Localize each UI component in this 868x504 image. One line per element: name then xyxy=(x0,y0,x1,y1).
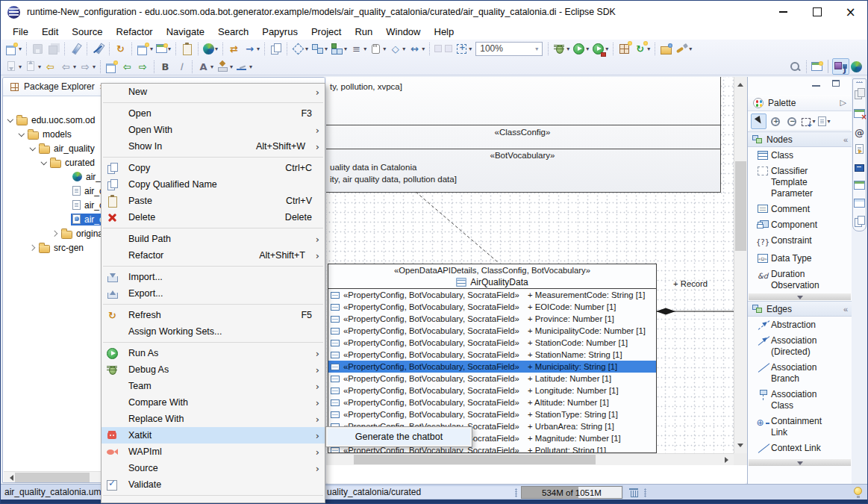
scroll-up-icon[interactable] xyxy=(737,80,743,87)
line-style-button[interactable]: ▾ xyxy=(234,58,254,75)
nav-forward-button[interactable]: ⇨ xyxy=(135,58,151,75)
dropdown-arrow-icon[interactable]: ▾ xyxy=(605,46,608,52)
last-edit-button[interactable]: ⇦ xyxy=(43,58,58,75)
papyrus-perspective-button[interactable] xyxy=(849,58,864,75)
fill-color-button[interactable]: ▾ xyxy=(215,58,234,75)
menu-item-debug-as[interactable]: Debug As› xyxy=(102,361,325,378)
dropdown-arrow-icon[interactable]: ▾ xyxy=(647,46,650,52)
menu-item-team[interactable]: Team› xyxy=(102,378,325,394)
class-property-row[interactable]: «PropertyConfig, BotVocabulary, SocrataF… xyxy=(328,385,656,396)
commit-button[interactable]: ▾ xyxy=(4,58,23,75)
goto-arrow-button[interactable]: →▾ xyxy=(242,40,261,57)
menubar-item-edit[interactable]: Edit xyxy=(35,25,65,39)
clipboard-button[interactable] xyxy=(179,40,195,57)
run-button[interactable]: ▾ xyxy=(571,40,590,57)
menu-item-delete[interactable]: DeleteDelete xyxy=(102,209,325,225)
menu-item-paste[interactable]: PasteCtrl+V xyxy=(102,193,325,209)
drag-handle-icon[interactable] xyxy=(644,488,646,497)
dropdown-arrow-icon[interactable]: ▾ xyxy=(422,46,425,52)
association-record-label[interactable]: + Record xyxy=(673,279,708,288)
coverage-grid-button[interactable] xyxy=(616,40,632,57)
tab-package-explorer[interactable]: Package Explorer ✕ xyxy=(3,78,112,96)
dropdown-arrow-icon[interactable]: ▾ xyxy=(363,46,366,52)
close-button[interactable]: × xyxy=(834,1,867,23)
menu-item-replace-with[interactable]: Replace With› xyxy=(102,411,325,427)
search-button[interactable] xyxy=(787,58,803,75)
class-property-row[interactable]: «PropertyConfig, BotVocabulary, SocrataF… xyxy=(328,349,656,361)
debug-button[interactable]: ▾ xyxy=(552,40,571,57)
menu-item-assign-working-sets[interactable]: Assign Working Sets... xyxy=(102,323,325,340)
bot-table-button[interactable] xyxy=(854,179,865,193)
menubar-item-navigate[interactable]: Navigate xyxy=(160,25,211,39)
chevron-down-icon[interactable] xyxy=(19,131,24,137)
submenu-item-generate-the-chatbot[interactable]: Generate the chatbot xyxy=(328,429,470,445)
dropdown-arrow-icon[interactable]: ▾ xyxy=(402,46,405,52)
canvas-hscroll-thumb[interactable] xyxy=(354,455,596,464)
marquee-tool-button[interactable]: ▾ xyxy=(800,113,816,129)
chevron-right-icon[interactable] xyxy=(52,231,57,236)
drawer-nodes[interactable]: Nodes « xyxy=(748,131,852,147)
dropdown-arrow-icon[interactable]: ▾ xyxy=(469,46,472,52)
drawer-pin-icon[interactable]: « xyxy=(843,305,848,314)
display-boxes-button[interactable]: ▾ xyxy=(310,40,329,57)
dropdown-arrow-icon[interactable]: ▾ xyxy=(93,63,96,70)
mini-grey2-button[interactable] xyxy=(443,40,454,57)
maximize-view-icon[interactable] xyxy=(832,80,840,87)
dropdown-arrow-icon[interactable]: ▾ xyxy=(19,46,22,52)
canvas-vscrollbar[interactable] xyxy=(734,77,747,453)
chevron-down-icon[interactable] xyxy=(7,117,13,122)
airqualitydata-class[interactable]: «OpenDataAPIDetails, ClassConfig, BotVoc… xyxy=(328,264,657,453)
papyrus-editor-button[interactable]: ▾ xyxy=(202,40,219,57)
menu-item-export[interactable]: Export... xyxy=(102,285,325,302)
class-property-row[interactable]: «PropertyConfig, BotVocabulary, SocrataF… xyxy=(328,289,656,301)
new-view-button[interactable] xyxy=(104,58,119,75)
drag-handle-icon[interactable] xyxy=(515,488,517,497)
refresh-class-button[interactable]: ↻▾ xyxy=(632,40,652,57)
palette-item-constraint[interactable]: {?}Constraint xyxy=(748,233,852,251)
chevron-right-icon[interactable] xyxy=(30,245,35,250)
forward-button[interactable]: ⇨▾ xyxy=(78,58,97,75)
minimize-view-icon[interactable] xyxy=(812,80,820,87)
menubar-item-run[interactable]: Run xyxy=(348,25,379,39)
class-property-row[interactable]: «PropertyConfig, BotVocabulary, SocrataF… xyxy=(328,313,656,325)
garbage-collect-icon[interactable] xyxy=(629,488,639,497)
scroll-down-icon[interactable] xyxy=(737,444,743,450)
palette-item-association-directed[interactable]: Association (Directed) xyxy=(748,333,852,360)
menubar-item-file[interactable]: File xyxy=(6,25,35,39)
update-button[interactable]: ▾ xyxy=(23,58,43,75)
menu-item-compare-with[interactable]: Compare With› xyxy=(102,394,325,411)
menubar-item-project[interactable]: Project xyxy=(305,25,348,39)
class-property-row[interactable]: «PropertyConfig, BotVocabulary, SocrataF… xyxy=(328,408,656,420)
zoom-level-combo[interactable]: 100%▾ xyxy=(475,42,543,56)
palette-collapse-icon[interactable]: ▷ xyxy=(840,98,846,108)
toggle-pen-button[interactable] xyxy=(90,40,106,57)
mini-grey-button[interactable] xyxy=(433,40,443,57)
class-property-row[interactable]: «PropertyConfig, BotVocabulary, SocrataF… xyxy=(328,373,656,385)
canvas-vscroll-thumb[interactable] xyxy=(735,161,746,251)
new-wizard-button[interactable]: ▾ xyxy=(4,40,23,57)
zoom-out-tool-button[interactable] xyxy=(784,113,799,129)
new-fastview-button[interactable] xyxy=(810,58,824,75)
run-error-button[interactable]: ▾ xyxy=(590,40,610,57)
overview-class-box[interactable]: ty, pollution, xvpca] «ClassConfig» «Bot… xyxy=(326,77,721,193)
maximize-button[interactable] xyxy=(800,1,834,23)
dropdown-arrow-icon[interactable]: ▾ xyxy=(19,63,22,70)
explorer-hscroll-thumb[interactable] xyxy=(15,473,90,482)
menu-item-copy-qualified-name[interactable]: Copy Qualified Name xyxy=(102,176,325,193)
class-name-row[interactable]: AirQualityData xyxy=(328,276,656,288)
zoom-in-tool-button[interactable] xyxy=(767,113,783,129)
class-property-row[interactable]: «PropertyConfig, BotVocabulary, SocrataF… xyxy=(328,337,656,349)
javadoc-button[interactable]: @ xyxy=(853,125,866,139)
dropdown-arrow-icon[interactable]: ▾ xyxy=(689,46,692,52)
menu-item-open[interactable]: OpenF3 xyxy=(102,105,325,122)
menu-item-properties[interactable]: PropertiesAlt+Enter xyxy=(102,498,325,503)
restore-view-button[interactable] xyxy=(853,87,866,103)
pen-button[interactable] xyxy=(68,40,84,57)
palette-item-context-link[interactable]: Context Link xyxy=(748,441,852,456)
palette-item-data-type[interactable]: Data Type xyxy=(748,251,852,267)
palette-item-component[interactable]: Component xyxy=(748,217,852,233)
menu-item-xatkit[interactable]: Xatkit› xyxy=(102,427,325,444)
save-button[interactable] xyxy=(30,40,46,57)
menubar-item-search[interactable]: Search xyxy=(211,25,255,39)
dropdown-arrow-icon[interactable]: ▾ xyxy=(38,63,41,70)
